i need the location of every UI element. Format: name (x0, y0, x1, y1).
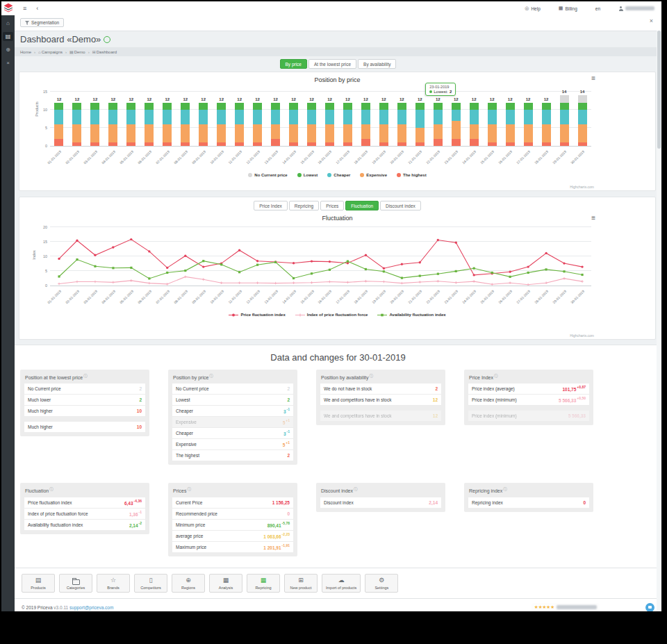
highcharts-credit[interactable]: Highcharts.com (570, 333, 594, 338)
segmentation-button[interactable]: Segmentation (20, 18, 64, 27)
menu-icon[interactable]: ≡ (23, 5, 26, 12)
stacked-bar (199, 103, 208, 146)
info-icon[interactable]: ⓘ (49, 487, 53, 491)
row-label: Minimum price (176, 522, 205, 527)
tab-repricing[interactable]: Repricing (289, 201, 319, 210)
toolbar-button-repricing[interactable]: ▦Repricing (247, 574, 280, 593)
stacked-bar (343, 103, 352, 146)
header-right: ◎ Help ▦ Billing en (525, 6, 654, 11)
info-icon[interactable]: ⓘ (83, 374, 88, 378)
sidebar-item-support-icon[interactable]: ⊕ (3, 45, 13, 54)
card-position-at-the-lowest-price: Position at the lowest priceⓘNo Current … (20, 370, 149, 436)
bar-segment-the-highest (181, 142, 190, 146)
bar-segment-the-highest (217, 142, 226, 146)
tab-by-price[interactable]: By price (280, 59, 307, 69)
breadcrumb-item-home[interactable]: Home (20, 50, 31, 54)
language-selector[interactable]: en (595, 6, 600, 11)
user-menu[interactable] (618, 6, 654, 11)
tab-discount-index[interactable]: Discount index (380, 201, 421, 210)
info-icon[interactable]: ⓘ (187, 487, 191, 491)
collapse-sidebar-icon[interactable]: ‹ (36, 5, 38, 12)
legend-item-availability-fluctuation-index[interactable]: Availability fluctuation index (377, 313, 445, 317)
billing-link[interactable]: ▦ Billing (559, 6, 577, 11)
bar-segment-the-highest (145, 142, 154, 146)
info-icon[interactable]: ⓘ (354, 487, 358, 491)
highcharts-credit[interactable]: Highcharts.com (570, 185, 594, 189)
globe-icon: ⊕ (186, 577, 191, 584)
legend-item-cheaper[interactable]: Cheaper (327, 173, 350, 177)
tab-fluctuation[interactable]: Fluctuation (345, 201, 379, 210)
bar-segment-expensive (271, 124, 280, 139)
row-label: Repricing index (472, 500, 503, 505)
legend-marker-icon (295, 313, 305, 317)
bar-value-label: 12 (418, 97, 422, 101)
user-icon (618, 6, 623, 11)
table-row: Cheaper3-1 (172, 406, 293, 417)
chart-context-menu-icon[interactable]: ≡ (591, 76, 595, 81)
legend-item-price-fluctuation-index[interactable]: Price fluctuation index (229, 313, 285, 317)
card-rows: Discount index2,14 (320, 497, 441, 508)
row-label: Much higher (28, 408, 53, 413)
toolbar-button-categories[interactable]: Categories (59, 574, 92, 593)
legend-item-index-of-price-fluctuation-force[interactable]: Index of price fluctuation force (295, 313, 368, 317)
plus-square-icon: ⊞ (298, 577, 304, 584)
help-link[interactable]: ◎ Help (525, 6, 540, 11)
bar-segment-lowest (163, 103, 172, 110)
bar-column[interactable] (573, 92, 591, 146)
legend-item-expensive[interactable]: Expensive (360, 173, 387, 177)
sidebar-item-close-icon[interactable]: × (3, 58, 13, 67)
sidebar-item-home-icon[interactable]: ⌂ (3, 19, 13, 28)
support-email-link[interactable]: support@priceva.com (69, 605, 113, 610)
sidebar-item-campaigns-icon[interactable]: ▤ (3, 32, 13, 41)
stacked-bar (542, 103, 551, 146)
toolbar-button-competitors[interactable]: ▯Competitors (134, 574, 167, 593)
chat-widget-button[interactable] (645, 603, 654, 611)
bar-segment-lowest (361, 103, 370, 110)
table-row: Expensive5+1 (172, 417, 293, 428)
toolbar-button-brands[interactable]: ☆Brands (97, 574, 130, 593)
legend-item-no-current-price[interactable]: No Current price (248, 173, 287, 177)
toolbar-button-settings[interactable]: ⚙Settings (365, 574, 398, 593)
breadcrumb-item-dashboard[interactable]: ⊞Dashboard (92, 49, 117, 54)
review-widget[interactable]: ★★★★★ (532, 603, 600, 611)
bar-value-label: 12 (201, 97, 206, 101)
tab-price-index[interactable]: Price Index (254, 201, 288, 210)
row-value: 5 566,33+0,50 (559, 397, 586, 403)
sidebar: ⌂▤⊕× (1, 15, 15, 611)
bar-segment-cheaper (506, 110, 515, 124)
toolbar-button-new-product[interactable]: ⊞New product (284, 574, 318, 593)
toolbar-button-products[interactable]: ▤Products (22, 574, 55, 593)
toolbar-button-label: Products (31, 586, 46, 590)
chart-context-menu-icon[interactable]: ≡ (591, 215, 595, 221)
bar-segment-lowest (181, 103, 190, 110)
legend-item-the-highest[interactable]: The highest (397, 173, 427, 177)
breadcrumb-item-campaigns[interactable]: ⌂Campaigns (38, 50, 63, 54)
toolbar-button-regions[interactable]: ⊕Regions (172, 574, 205, 593)
toolbar-button-import-of-products[interactable]: ☁Import of products (322, 574, 361, 593)
bar-segment-lowest (235, 103, 244, 110)
bar-segment-lowest (289, 103, 298, 110)
scrollbar-thumb[interactable] (657, 31, 661, 149)
section-title: Data and changes for 30-01-2019 (15, 352, 661, 363)
info-icon[interactable]: ⓘ (503, 487, 507, 491)
info-icon[interactable]: ⓘ (209, 374, 213, 378)
info-icon[interactable]: ⓘ (369, 374, 373, 378)
stacked-bar (289, 103, 298, 146)
vertical-scrollbar[interactable] (657, 31, 661, 611)
info-icon[interactable]: ⓘ (494, 374, 498, 378)
tab-prices[interactable]: Prices (320, 201, 344, 210)
dashboard-icon: ⊞ (92, 50, 96, 54)
row-value: 10 (137, 424, 142, 429)
breadcrumb-item-demo[interactable]: ▤Demo (69, 49, 85, 54)
table-row: We and competitors have in stock12 (320, 395, 441, 406)
row-label: average price (176, 534, 203, 538)
tooltip-date: 23-01-2019 (429, 85, 452, 89)
close-icon[interactable]: × (650, 17, 653, 24)
row-label: Expensive (176, 420, 197, 424)
bar-value-label: 12 (345, 97, 350, 101)
bar-column[interactable] (555, 92, 573, 146)
tab-at-the-lowest-price[interactable]: At the lowest price (308, 59, 356, 69)
tab-by-availability[interactable]: By availability (358, 59, 396, 69)
legend-item-lowest[interactable]: Lowest (297, 173, 318, 177)
toolbar-button-analysis[interactable]: ▦Analysis (209, 574, 242, 593)
